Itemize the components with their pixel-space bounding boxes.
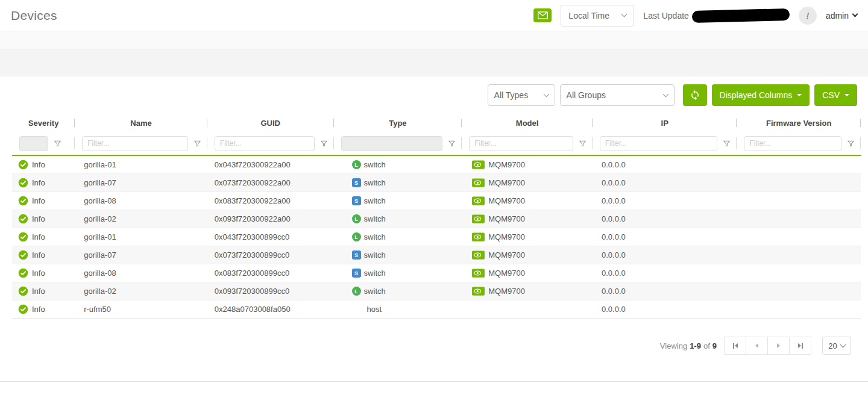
funnel-icon[interactable] [723,140,731,148]
funnel-icon[interactable] [847,140,855,148]
severity-cell: Info [12,250,75,260]
firmware-filter-input[interactable] [744,136,841,151]
severity-value: Info [32,214,45,223]
funnel-icon[interactable] [579,140,587,148]
type-value: switch [364,160,386,169]
types-filter-select[interactable]: All Types [488,84,555,106]
column-header-firmware[interactable]: Firmware Version [737,119,861,128]
name-filter-cell [75,132,207,155]
severity-value: Info [32,269,45,278]
type-filter-box [341,136,443,151]
page-size-select[interactable]: 20 [822,337,851,355]
table-row[interactable]: Infogorilla-020x093f720300899cc0LswitchM… [12,282,861,300]
column-header-model[interactable]: Model [462,119,593,128]
device-name-cell[interactable]: gorilla-01 [75,160,207,169]
column-header-ip[interactable]: IP [593,119,737,128]
type-cell: Sswitch [334,196,462,205]
table-row[interactable]: Infogorilla-080x083f720300899cc0SswitchM… [12,264,861,282]
first-page-icon [733,343,734,349]
severity-cell: Info [12,160,75,170]
device-name-cell[interactable]: gorilla-07 [75,178,207,187]
nvidia-logo-icon [472,178,485,187]
table-row[interactable]: Infogorilla-080x083f720300922a00SswitchM… [12,192,861,210]
redacted-timestamp [692,8,790,22]
last-update: Last Update [643,10,790,22]
severity-value: Info [32,178,45,187]
name-filter-input[interactable] [82,136,188,151]
breadcrumb-band [0,31,868,49]
column-header-severity[interactable]: Severity [12,119,75,128]
model-cell: MQM9700 [462,178,593,187]
device-name-cell[interactable]: gorilla-08 [75,269,207,278]
next-page-button[interactable] [767,337,790,355]
exclamation-icon: ! [807,10,809,20]
displayed-columns-button[interactable]: Displayed Columns [712,84,810,106]
groups-filter-select[interactable]: All Groups [560,84,675,106]
type-filter-cell [334,132,462,155]
user-name: admin [826,11,849,20]
model-cell: MQM9700 [462,214,593,223]
severity-filter-cell [12,132,75,155]
chevron-down-icon [543,91,549,97]
funnel-icon[interactable] [448,140,456,148]
table-row[interactable]: Infogorilla-010x043f720300922a00LswitchM… [12,156,861,174]
type-value: switch [364,287,386,296]
device-name-cell[interactable]: gorilla-01 [75,232,207,241]
funnel-icon[interactable] [54,140,61,148]
table-row[interactable]: Infogorilla-070x073f720300922a00SswitchM… [12,174,861,192]
refresh-button[interactable] [683,84,707,106]
column-header-type[interactable]: Type [334,119,462,128]
device-name-cell[interactable]: r-ufm50 [75,305,207,314]
table-row[interactable]: Infogorilla-070x073f720300899cc0SswitchM… [12,246,861,264]
device-name-cell[interactable]: gorilla-07 [75,250,207,260]
previous-page-button[interactable] [746,337,768,355]
model-value: MQM9700 [488,178,525,187]
table-row[interactable]: Infogorilla-010x043f720300899cc0LswitchM… [12,228,861,246]
page-title: Devices [11,8,57,23]
header-controls: Local Time Last Update ! admin [533,5,857,26]
user-menu[interactable]: admin [826,11,857,20]
model-value: MQM9700 [488,232,525,241]
mail-button[interactable] [533,8,552,22]
csv-export-button[interactable]: CSV [814,84,857,106]
severity-ok-icon [18,268,28,278]
app-header: Devices Local Time Last Update ! admin [0,0,868,31]
ip-cell: 0.0.0.0 [593,287,737,296]
spine-badge-icon: S [352,250,361,260]
ip-cell: 0.0.0.0 [593,160,737,169]
severity-ok-icon [18,214,28,224]
pagination-bar: Viewing 1-9 of 9 20 [12,319,861,355]
model-cell: MQM9700 [462,269,593,278]
ip-cell: 0.0.0.0 [593,196,737,205]
device-name-cell[interactable]: gorilla-02 [75,287,207,296]
last-page-icon [798,343,801,348]
spine-badge-icon: S [352,178,361,187]
model-value: MQM9700 [488,214,525,223]
nvidia-logo-icon [472,214,485,223]
severity-value: Info [32,305,45,314]
nvidia-logo-icon [472,269,485,278]
severity-value: Info [32,160,45,169]
table-row[interactable]: Infor-ufm500x248a0703008fa050host0.0.0.0 [12,300,861,319]
ip-filter-input[interactable] [600,136,717,151]
model-filter-input[interactable] [469,136,573,151]
timezone-select[interactable]: Local Time [561,5,634,26]
severity-ok-icon [18,178,28,188]
guid-cell: 0x248a0703008fa050 [207,305,334,314]
type-value: switch [364,196,386,205]
funnel-icon[interactable] [320,140,328,148]
funnel-icon[interactable] [193,140,201,148]
table-row[interactable]: Infogorilla-020x093f720300922a00LswitchM… [12,210,861,228]
next-page-icon [777,343,780,348]
ip-cell: 0.0.0.0 [593,178,737,187]
device-name-cell[interactable]: gorilla-08 [75,196,207,205]
severity-cell: Info [12,232,75,242]
type-value: switch [364,214,386,223]
first-page-button[interactable] [724,337,746,355]
help-button[interactable]: ! [799,7,817,25]
column-header-name[interactable]: Name [75,119,207,128]
guid-filter-input[interactable] [215,136,315,151]
last-page-button[interactable] [789,337,811,355]
column-header-guid[interactable]: GUID [207,119,334,128]
device-name-cell[interactable]: gorilla-02 [75,214,207,223]
